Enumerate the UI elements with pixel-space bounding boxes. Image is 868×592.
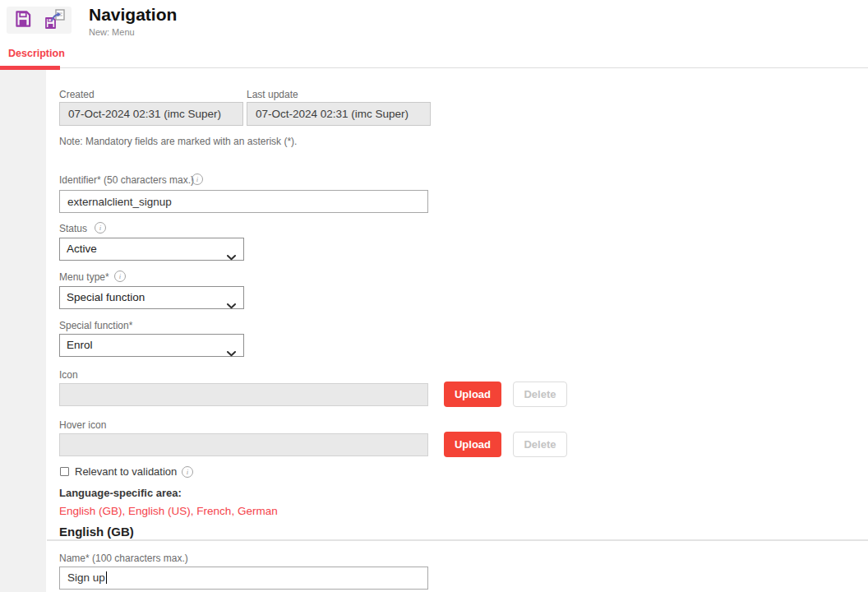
status-info-icon[interactable]: i xyxy=(95,222,106,234)
identifier-info-icon[interactable]: i xyxy=(192,173,203,185)
page-subtitle: New: Menu xyxy=(89,27,135,37)
icon-filename-field xyxy=(59,383,428,406)
special-function-selected-value: Enrol xyxy=(67,339,93,351)
text-caret xyxy=(106,571,107,584)
identifier-input[interactable] xyxy=(59,190,428,213)
menu-type-info-icon[interactable]: i xyxy=(114,271,126,282)
status-label: Status xyxy=(59,223,87,234)
hover-icon-label: Hover icon xyxy=(59,419,106,431)
save-and-back-icon xyxy=(44,8,67,33)
relevant-to-validation-label: Relevant to validation xyxy=(75,465,177,478)
created-label: Created xyxy=(59,89,95,100)
chevron-down-icon xyxy=(227,295,236,317)
language-section-heading: English (GB) xyxy=(59,525,134,539)
navigation-edit-page: Navigation New: Menu Description Created… xyxy=(0,0,868,592)
page-title: Navigation xyxy=(89,5,177,25)
special-function-label: Special function* xyxy=(59,320,132,331)
hover-icon-filename-field xyxy=(59,433,428,456)
relevant-to-validation-checkbox[interactable] xyxy=(60,467,69,476)
language-link[interactable]: French xyxy=(196,505,231,517)
hover-icon-upload-button[interactable]: Upload xyxy=(444,432,501,457)
language-link[interactable]: English (GB) xyxy=(59,505,122,517)
last-update-label: Last update xyxy=(247,89,298,100)
icon-delete-button[interactable]: Delete xyxy=(513,382,567,407)
chevron-down-icon xyxy=(227,343,236,364)
hover-icon-delete-button[interactable]: Delete xyxy=(513,432,567,457)
save-icon xyxy=(12,8,34,33)
language-area-label: Language-specific area: xyxy=(59,487,182,499)
save-and-back-button[interactable] xyxy=(43,9,67,32)
name-input-value: Sign up xyxy=(67,571,105,584)
chevron-down-icon xyxy=(227,247,236,268)
language-links: English (GB), English (US), French, Germ… xyxy=(59,505,278,517)
menu-type-label: Menu type* xyxy=(59,271,109,283)
language-link[interactable]: English (US) xyxy=(128,505,191,517)
mandatory-note: Note: Mandatory fields are marked with a… xyxy=(59,136,297,147)
left-side-strip xyxy=(0,70,46,592)
menu-type-select[interactable]: Special function xyxy=(59,286,244,309)
status-select[interactable]: Active xyxy=(59,238,244,261)
save-button[interactable] xyxy=(11,9,35,32)
status-selected-value: Active xyxy=(67,243,97,255)
name-label: Name* (100 characters max.) xyxy=(59,553,188,564)
last-update-value-field: 07-Oct-2024 02:31 (imc Super) xyxy=(247,102,431,126)
relevant-to-validation-info-icon[interactable]: i xyxy=(182,466,193,478)
icon-label: Icon xyxy=(59,369,78,381)
menu-type-selected-value: Special function xyxy=(67,291,145,303)
language-link[interactable]: German xyxy=(238,505,278,517)
tabbar-divider xyxy=(0,67,868,68)
identifier-label: Identifier* (50 characters max.) xyxy=(59,174,194,186)
special-function-select[interactable]: Enrol xyxy=(59,334,244,357)
name-input[interactable]: Sign up xyxy=(59,567,428,590)
tab-description[interactable]: Description xyxy=(8,48,65,59)
section-divider xyxy=(47,539,868,541)
toolbar xyxy=(7,7,72,34)
icon-upload-button[interactable]: Upload xyxy=(444,382,501,407)
created-value-field: 07-Oct-2024 02:31 (imc Super) xyxy=(59,102,243,126)
